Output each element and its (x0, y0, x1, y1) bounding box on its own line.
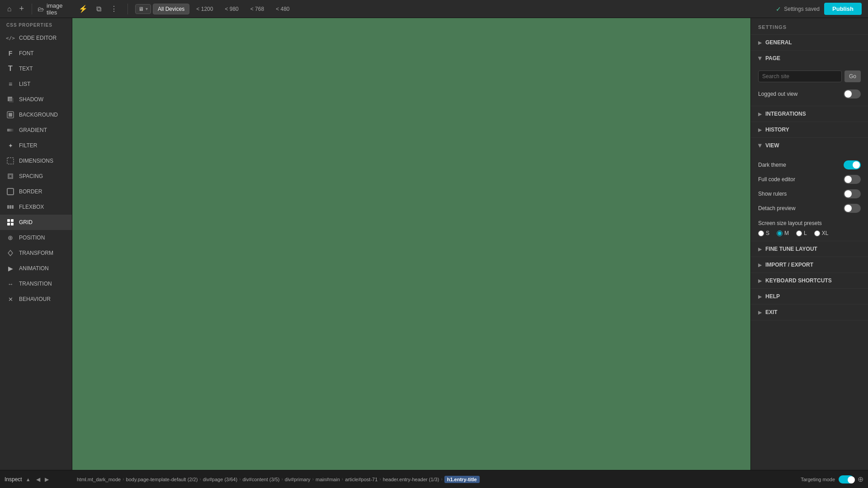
sidebar-item-label: SHADOW (19, 96, 43, 103)
breadcrumb-item[interactable]: header.entry-header (1/3) (383, 477, 439, 482)
sidebar-item-spacing[interactable]: SPACING (0, 169, 72, 184)
topbar-right: ✓ Settings saved Publish (769, 3, 868, 15)
section-import-export-header[interactable]: ▶ IMPORT / EXPORT (751, 257, 868, 272)
section-view-header[interactable]: ▶ VIEW (751, 138, 868, 153)
breadcrumb-item[interactable]: div#page (3/64) (203, 477, 237, 482)
sidebar-item-background[interactable]: BACKGROUND (0, 107, 72, 122)
settings-saved: ✓ Settings saved (776, 5, 820, 13)
preset-l-radio[interactable] (796, 230, 802, 236)
sidebar-item-label: POSITION (19, 235, 45, 241)
sidebar-item-dimensions[interactable]: DIMENSIONS (0, 153, 72, 169)
up-arrow-icon[interactable]: ▲ (26, 477, 31, 482)
sidebar-item-shadow[interactable]: SHADOW (0, 92, 72, 107)
inspect-button[interactable]: Inspect (5, 476, 22, 483)
sidebar-item-gradient[interactable]: GRADIENT (0, 122, 72, 138)
sidebar-item-font[interactable]: F FONT (0, 46, 72, 61)
search-site-input[interactable] (758, 70, 842, 82)
bottom-bar: Inspect ▲ ◀ ▶ html.mt_dark_mode › body.p… (0, 470, 868, 488)
sidebar-item-code-editor[interactable]: </> CODE EDITOR (0, 30, 72, 46)
settings-saved-label: Settings saved (784, 6, 820, 12)
dark-theme-toggle[interactable] (844, 160, 861, 169)
sidebar-item-list[interactable]: ≡ LIST (0, 76, 72, 92)
section-history-header[interactable]: ▶ HISTORY (751, 122, 868, 137)
device-480[interactable]: < 480 (271, 4, 294, 14)
sidebar-item-position[interactable]: ⊕ POSITION (0, 230, 72, 245)
border-icon (6, 188, 14, 196)
check-icon: ✓ (776, 5, 781, 13)
section-page-header[interactable]: ▶ PAGE (751, 51, 868, 66)
breadcrumb-item-active[interactable]: h1.entry-title (444, 476, 480, 483)
section-keyboard-shortcuts-header[interactable]: ▶ KEYBOARD SHORTCUTS (751, 273, 868, 288)
sidebar-item-filter[interactable]: ✦ FILTER (0, 138, 72, 153)
sidebar-item-border[interactable]: BORDER (0, 184, 72, 199)
show-rulers-toggle[interactable] (844, 189, 861, 198)
section-help-header[interactable]: ▶ HELP (751, 289, 868, 304)
breadcrumb-item[interactable]: body.page-template-default (2/2) (126, 477, 198, 482)
section-view-body: Dark theme Full code editor Show rulers … (751, 153, 868, 241)
preset-xl-radio[interactable] (814, 230, 820, 236)
section-import-export: ▶ IMPORT / EXPORT (751, 257, 868, 273)
breadcrumb-item[interactable]: div#primary (285, 477, 311, 482)
screen-size-presets-label: Screen size layout presets (758, 220, 861, 226)
breadcrumb-item[interactable]: main#main (316, 477, 340, 482)
section-integrations-header[interactable]: ▶ INTEGRATIONS (751, 106, 868, 122)
sidebar-item-grid[interactable]: GRID (0, 215, 72, 230)
chevron-icon: ▶ (758, 247, 762, 252)
go-button[interactable]: Go (844, 70, 861, 82)
preset-l[interactable]: L (796, 230, 807, 236)
logged-out-view-row: Logged out view (758, 87, 861, 101)
preset-xl[interactable]: XL (814, 230, 829, 236)
chevron-icon: ▶ (758, 310, 762, 315)
sidebar-item-transition[interactable]: ↔ TRANSITION (0, 276, 72, 291)
targeting-mode-toggle[interactable] (839, 475, 854, 483)
publish-button[interactable]: Publish (824, 3, 862, 15)
sidebar-item-transform[interactable]: TRANSFORM (0, 245, 72, 261)
device-1200[interactable]: < 1200 (191, 4, 218, 14)
section-exit-header[interactable]: ▶ EXIT (751, 305, 868, 320)
full-code-editor-toggle[interactable] (844, 175, 861, 184)
sidebar-item-flexbox[interactable]: FLEXBOX (0, 199, 72, 215)
section-exit: ▶ EXIT (751, 305, 868, 320)
device-select[interactable]: 🖥 ▾ (135, 4, 151, 14)
more-icon[interactable]: ⋮ (108, 3, 120, 15)
bottom-right: Targeting mode ⊕ (801, 475, 863, 483)
copy-icon[interactable]: ⧉ (92, 3, 105, 15)
full-code-editor-row: Full code editor (758, 172, 861, 187)
show-rulers-row: Show rulers (758, 187, 861, 201)
transform-icon (6, 249, 14, 257)
device-980[interactable]: < 980 (220, 4, 243, 14)
prev-arrow-icon[interactable]: ◀ (34, 475, 42, 483)
breadcrumb-item[interactable]: div#content (3/5) (242, 477, 279, 482)
topbar-left: ⌂ + 🗁 image tiles (0, 2, 72, 16)
add-icon[interactable]: + (17, 3, 26, 15)
sidebar-item-animation[interactable]: ▶ ANIMATION (0, 261, 72, 276)
next-arrow-icon[interactable]: ▶ (43, 475, 51, 483)
home-icon[interactable]: ⌂ (5, 3, 14, 15)
section-general-header[interactable]: ▶ GENERAL (751, 35, 868, 50)
sidebar-item-label: TRANSFORM (19, 250, 53, 256)
topbar-tools: ⚡ ⧉ ⋮ (72, 3, 125, 15)
font-icon: F (6, 49, 14, 57)
animation-icon: ▶ (6, 264, 14, 272)
breadcrumb-item[interactable]: article#post-71 (345, 477, 377, 482)
preset-m[interactable]: M (777, 230, 789, 236)
sidebar-item-behaviour[interactable]: ✕ BEHAVIOUR (0, 291, 72, 307)
breadcrumb-item[interactable]: html.mt_dark_mode (77, 477, 121, 482)
main-layout: CSS PROPERTIES </> CODE EDITOR F FONT T … (0, 18, 868, 470)
section-fine-tune-header[interactable]: ▶ FINE TUNE LAYOUT (751, 241, 868, 257)
lightning-icon[interactable]: ⚡ (77, 3, 90, 15)
logged-out-view-toggle[interactable] (844, 89, 861, 99)
sidebar-item-label: FLEXBOX (19, 204, 44, 210)
preset-s[interactable]: S (758, 230, 769, 236)
preset-s-radio[interactable] (758, 230, 764, 236)
canvas[interactable] (72, 18, 750, 470)
device-all[interactable]: All Devices (153, 4, 189, 14)
spacing-icon (6, 172, 14, 180)
device-768[interactable]: < 768 (245, 4, 269, 14)
detach-preview-toggle[interactable] (844, 204, 861, 213)
svg-rect-11 (12, 205, 14, 209)
topbar: ⌂ + 🗁 image tiles ⚡ ⧉ ⋮ 🖥 ▾ All Devices … (0, 0, 868, 18)
preset-m-radio[interactable] (777, 230, 783, 236)
preset-l-label: L (804, 230, 807, 236)
sidebar-item-text[interactable]: T TEXT (0, 61, 72, 76)
